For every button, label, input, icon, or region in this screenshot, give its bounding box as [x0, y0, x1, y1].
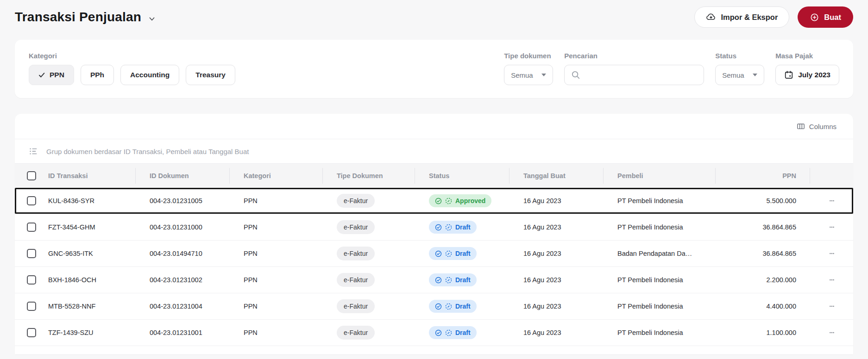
- cell-ppn: 5.500.000: [716, 197, 810, 204]
- header-id-transaksi[interactable]: ID Transaksi: [44, 164, 136, 188]
- chip-accounting[interactable]: Accounting: [120, 65, 179, 85]
- tipe-dokumen-select[interactable]: Semua: [504, 65, 553, 85]
- cell-ppn: 4.400.000: [716, 303, 810, 310]
- cell-pembeli: PT Pembeli Indonesia: [604, 276, 716, 284]
- kategori-label: Kategori: [29, 52, 235, 60]
- header-kategori[interactable]: Kategori: [230, 164, 323, 188]
- cell-id-transaksi: GNC-9635-ITK: [44, 250, 136, 257]
- calendar-icon: [784, 70, 793, 80]
- table-row[interactable]: FZT-3454-GHM 004-23.01231000 PPN e-Faktu…: [15, 214, 853, 241]
- status-select[interactable]: Semua: [715, 65, 764, 85]
- doc-type-pill: e-Faktur: [337, 299, 375, 313]
- cell-tipe-dokumen: e-Faktur: [323, 220, 415, 234]
- cell-kategori: PPN: [230, 329, 323, 336]
- group-documents-bar[interactable]: Grup dokumen berdasar ID Transaksi, Pemb…: [15, 139, 853, 164]
- status-badge: Approved: [429, 194, 491, 207]
- status-badge: Draft: [429, 247, 477, 260]
- chip-ppn-label: PPN: [50, 71, 64, 79]
- check-circle-icon: [435, 277, 442, 284]
- ellipsis-icon: [828, 223, 836, 231]
- row-checkbox[interactable]: [27, 328, 36, 337]
- cell-tanggal-buat: 16 Agu 2023: [509, 276, 604, 284]
- dashed-circle-pencil-icon: [445, 329, 452, 336]
- columns-button[interactable]: Columns: [794, 122, 839, 131]
- ellipsis-icon: [828, 302, 836, 310]
- pencarian-filter-group: Pencarian: [564, 52, 704, 85]
- import-export-button[interactable]: Impor & Ekspor: [694, 6, 789, 28]
- cell-pembeli: PT Pembeli Indonesia: [604, 197, 716, 204]
- cell-id-dokumen: 004-23.01231000: [136, 223, 230, 231]
- select-all-checkbox[interactable]: [27, 171, 36, 180]
- tipe-dokumen-label: Tipe dokumen: [504, 52, 553, 60]
- row-checkbox[interactable]: [27, 302, 36, 311]
- header-tipe-dokumen[interactable]: Tipe Dokumen: [323, 164, 415, 188]
- caret-down-icon: [541, 74, 546, 76]
- row-checkbox[interactable]: [27, 275, 36, 285]
- chip-pph[interactable]: PPh: [81, 65, 114, 85]
- search-icon: [571, 70, 580, 80]
- row-actions-button[interactable]: [826, 248, 838, 260]
- tipe-dokumen-filter-group: Tipe dokumen Semua: [504, 52, 553, 85]
- table-row[interactable]: MTB-5528-NNF 004-23.01231004 PPN e-Faktu…: [15, 293, 853, 320]
- table-row[interactable]: TZF-1439-SZU 004-23.01231001 PPN e-Faktu…: [15, 320, 853, 346]
- pencarian-label: Pencarian: [564, 52, 704, 60]
- chip-treasury[interactable]: Treasury: [186, 65, 235, 85]
- plus-circle-icon: [810, 12, 819, 22]
- cell-status: Draft: [415, 300, 509, 313]
- header-id-dokumen[interactable]: ID Dokumen: [136, 164, 230, 188]
- dashed-circle-pencil-icon: [445, 250, 452, 257]
- status-badge-label: Draft: [455, 303, 471, 310]
- row-actions-button[interactable]: [826, 274, 838, 286]
- status-badge-label: Draft: [455, 250, 471, 257]
- table-card: Columns Grup dokumen berdasar ID Transak…: [15, 114, 853, 354]
- row-actions-button[interactable]: [826, 195, 838, 207]
- status-badge-label: Draft: [455, 329, 471, 336]
- columns-label: Columns: [809, 123, 837, 130]
- cell-status: Draft: [415, 247, 509, 260]
- caret-down-icon: [753, 74, 757, 76]
- cell-id-dokumen: 004-23.01231005: [136, 197, 230, 204]
- top-bar: Transaksi Penjualan Impor & Ekspor Buat: [0, 0, 868, 33]
- header-tanggal-buat[interactable]: Tanggal Buat: [509, 164, 604, 188]
- group-bar-text: Grup dokumen berdasar ID Transaksi, Pemb…: [46, 148, 249, 155]
- row-actions-button[interactable]: [826, 327, 838, 339]
- doc-type-pill: e-Faktur: [337, 247, 375, 260]
- table-row[interactable]: KUL-8436-SYR 004-23.01231005 PPN e-Faktu…: [15, 188, 853, 214]
- table-row[interactable]: GNC-9635-ITK 004-23.01494710 PPN e-Faktu…: [15, 241, 853, 267]
- header-pembeli[interactable]: Pembeli: [604, 164, 716, 188]
- cell-kategori: PPN: [230, 223, 323, 231]
- row-checkbox[interactable]: [27, 196, 36, 205]
- check-circle-icon: [435, 303, 442, 310]
- cell-kategori: PPN: [230, 276, 323, 284]
- chip-treasury-label: Treasury: [195, 71, 226, 79]
- cell-tanggal-buat: 16 Agu 2023: [509, 250, 604, 257]
- header-status[interactable]: Status: [415, 164, 509, 188]
- row-actions-button[interactable]: [826, 300, 838, 312]
- cell-id-transaksi: TZF-1439-SZU: [44, 329, 136, 336]
- status-badge-label: Draft: [455, 223, 471, 231]
- chip-ppn[interactable]: PPN: [29, 65, 74, 85]
- masa-pajak-button[interactable]: July 2023: [775, 65, 839, 85]
- status-badge: Draft: [429, 300, 477, 313]
- cell-tipe-dokumen: e-Faktur: [323, 194, 415, 208]
- header-ppn[interactable]: PPN: [716, 164, 810, 188]
- cell-tipe-dokumen: e-Faktur: [323, 247, 415, 260]
- create-button[interactable]: Buat: [798, 6, 853, 28]
- cell-pembeli: Badan Pendapatan Da…: [604, 250, 716, 257]
- dashed-circle-pencil-icon: [445, 303, 452, 310]
- cell-status: Approved: [415, 194, 509, 207]
- search-input[interactable]: [585, 71, 697, 80]
- filter-card: Kategori PPN PPh Accounting Treasury Tip…: [15, 40, 853, 98]
- doc-type-pill: e-Faktur: [337, 326, 375, 340]
- cell-status: Draft: [415, 326, 509, 339]
- cell-pembeli: PT Pembeli Indonesia: [604, 303, 716, 310]
- dashed-circle-pencil-icon: [445, 277, 452, 284]
- cell-status: Draft: [415, 273, 509, 286]
- row-actions-button[interactable]: [826, 221, 838, 233]
- chevron-down-icon[interactable]: [148, 15, 156, 23]
- table-row[interactable]: BXH-1846-OCH 004-23.01231002 PPN e-Faktu…: [15, 267, 853, 293]
- cell-kategori: PPN: [230, 303, 323, 310]
- row-checkbox[interactable]: [27, 223, 36, 232]
- cell-id-transaksi: FZT-3454-GHM: [44, 223, 136, 231]
- row-checkbox[interactable]: [27, 249, 36, 258]
